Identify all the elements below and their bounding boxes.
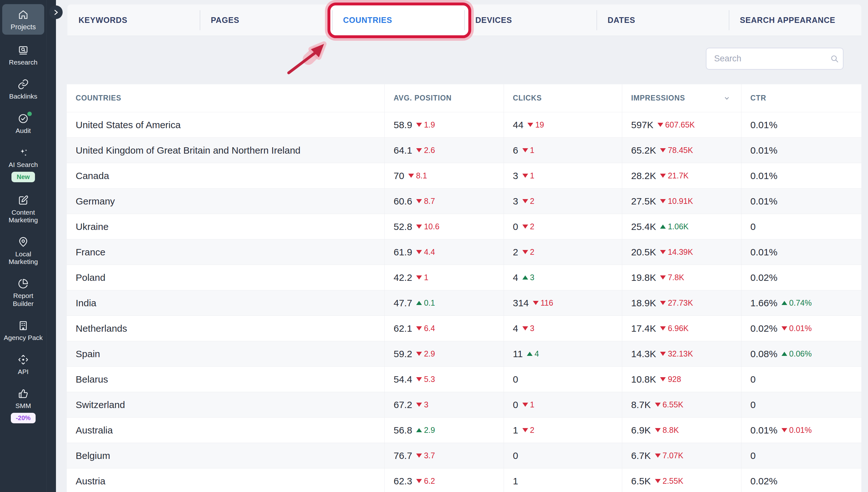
- column-header-clicks[interactable]: CLICKS: [504, 84, 622, 112]
- metric-value: 11: [513, 349, 523, 360]
- triangle-down-icon: [416, 453, 422, 458]
- triangle-down-icon: [660, 377, 666, 381]
- column-header-ctr[interactable]: CTR: [741, 84, 861, 112]
- metric-value: 0.01%: [750, 196, 777, 207]
- sidebar-item-report-builder[interactable]: Report Builder: [2, 278, 44, 307]
- metric-value: 25.4K: [631, 221, 656, 232]
- metric-delta-down: 3: [416, 400, 428, 409]
- cell-impressions: 10.8K928: [622, 367, 741, 392]
- metric-delta-down: 6.55K: [655, 400, 683, 409]
- cell-clicks: 02: [504, 214, 622, 239]
- cell-clicks: 32: [504, 189, 622, 214]
- sidebar-item-smm[interactable]: SMM -20%: [2, 388, 44, 423]
- metric-value: 0.01%: [750, 170, 777, 181]
- triangle-down-icon: [416, 326, 422, 330]
- metric-delta-up: 0.06%: [782, 349, 812, 359]
- metric-value: 19.8K: [631, 272, 656, 283]
- metric-delta-down: 6.4: [416, 324, 435, 333]
- cell-avg-position: 76.73.7: [384, 443, 504, 468]
- column-header-avg-position[interactable]: AVG. POSITION: [384, 84, 504, 112]
- metric-value: 27.5K: [631, 196, 656, 207]
- tab-label: SEARCH APPEARANCE: [729, 16, 835, 25]
- cell-ctr: 0.01%: [741, 240, 861, 265]
- triangle-down-icon: [660, 275, 666, 279]
- triangle-up-icon: [782, 301, 787, 305]
- sidebar-collapse-button[interactable]: [49, 5, 62, 19]
- cell-ctr: 0: [741, 214, 861, 239]
- table-row[interactable]: United Kingdom of Great Britain and Nort…: [67, 138, 861, 163]
- triangle-up-icon: [527, 352, 533, 356]
- sidebar-item-label: Projects: [10, 23, 35, 31]
- metric-value: 28.2K: [631, 170, 656, 181]
- sidebar-item-backlinks[interactable]: Backlinks: [2, 78, 44, 100]
- cell-country: Poland: [67, 265, 384, 290]
- table-row[interactable]: Belgium76.73.706.7K7.07K0: [67, 443, 861, 468]
- sidebar-item-local-marketing[interactable]: Local Marketing: [2, 236, 44, 266]
- metric-value: 6.9K: [631, 425, 651, 436]
- tab-dates[interactable]: DATES: [596, 4, 729, 35]
- sidebar-item-audit[interactable]: Audit: [2, 113, 44, 134]
- sidebar-item-agency-pack[interactable]: Agency Pack: [2, 320, 44, 342]
- triangle-down-icon: [655, 403, 661, 407]
- cell-impressions: 6.9K8.8K: [622, 418, 741, 443]
- sidebar-item-label: API: [18, 368, 29, 376]
- cell-clicks: 31: [504, 163, 622, 188]
- sparkles-icon: [17, 147, 29, 159]
- column-header-impressions[interactable]: IMPRESSIONS: [622, 84, 741, 112]
- tab-keywords[interactable]: KEYWORDS: [68, 4, 200, 35]
- cell-country: Spain: [67, 341, 384, 366]
- table-row[interactable]: France61.94.42220.5K14.39K0.01%: [67, 239, 861, 265]
- triangle-down-icon: [416, 352, 422, 356]
- triangle-up-icon: [782, 352, 787, 356]
- cell-impressions: 27.5K10.91K: [622, 189, 741, 214]
- sidebar-item-projects[interactable]: Projects: [2, 4, 44, 35]
- cell-impressions: 14.3K32.13K: [622, 341, 741, 366]
- metric-value: 1: [513, 425, 518, 436]
- sidebar-item-ai-search[interactable]: AI Search New: [2, 147, 44, 182]
- column-header-countries[interactable]: COUNTRIES: [67, 84, 384, 112]
- metric-value: 3: [513, 196, 518, 207]
- cell-impressions: 20.5K14.39K: [622, 240, 741, 265]
- table-row[interactable]: Netherlands62.16.44317.4K6.96K0.02%0.01%: [67, 316, 861, 341]
- metric-value: 42.2: [393, 272, 412, 283]
- cell-country: Netherlands: [67, 316, 384, 341]
- table-row[interactable]: Austria62.36.216.5K2.55K0.02%: [67, 468, 861, 492]
- search-input[interactable]: [707, 54, 830, 64]
- metric-value: 0: [513, 399, 518, 410]
- table-row[interactable]: Germany60.68.73227.5K10.91K0.01%: [67, 188, 861, 214]
- cell-impressions: 8.7K6.55K: [622, 392, 741, 417]
- metric-value: 4: [513, 272, 518, 283]
- table-row[interactable]: Belarus54.45.3010.8K9280: [67, 366, 861, 392]
- cell-impressions: 597K607.65K: [622, 112, 741, 138]
- triangle-down-icon: [528, 123, 533, 127]
- table-row[interactable]: Switzerland67.23018.7K6.55K0: [67, 392, 861, 417]
- tab-countries[interactable]: COUNTRIES: [332, 4, 464, 35]
- table-row[interactable]: Australia56.82.9126.9K8.8K0.01%0.01%: [67, 417, 861, 443]
- cell-clicks: 22: [504, 240, 622, 265]
- table-row[interactable]: United States of America58.91.94419597K6…: [67, 112, 861, 138]
- tab-pages[interactable]: PAGES: [200, 4, 332, 35]
- sidebar-item-badge: New: [11, 172, 35, 182]
- table-row[interactable]: Spain59.22.911414.3K32.13K0.08%0.06%: [67, 341, 861, 366]
- cell-clicks: 01: [504, 392, 622, 417]
- tab-search-appearance[interactable]: SEARCH APPEARANCE: [729, 4, 861, 35]
- sidebar-item-research[interactable]: Research: [2, 44, 44, 66]
- cell-clicks: 0: [504, 443, 622, 468]
- cell-avg-position: 708.1: [384, 163, 504, 188]
- table-row[interactable]: Ukraine52.810.60225.4K1.06K0: [67, 214, 861, 239]
- table-row[interactable]: India47.70.131411618.9K27.73K1.66%0.74%: [67, 290, 861, 316]
- triangle-down-icon: [416, 479, 422, 483]
- table-row[interactable]: Canada708.13128.2K21.7K0.01%: [67, 163, 861, 188]
- metric-delta-down: 0.01%: [782, 425, 812, 435]
- metric-value: 0: [513, 221, 518, 232]
- triangle-down-icon: [522, 224, 528, 229]
- cell-impressions: 65.2K78.45K: [622, 138, 741, 163]
- metric-value: 0: [750, 450, 756, 461]
- sidebar-item-content-marketing[interactable]: Content Marketing: [2, 194, 44, 224]
- triangle-down-icon: [522, 326, 528, 330]
- sidebar-item-api[interactable]: API: [2, 354, 44, 376]
- table-row[interactable]: Poland42.214319.8K7.8K0.02%: [67, 265, 861, 290]
- tab-devices[interactable]: DEVICES: [464, 4, 596, 35]
- cell-clicks: 1: [504, 468, 622, 492]
- cell-country: Belarus: [67, 367, 384, 392]
